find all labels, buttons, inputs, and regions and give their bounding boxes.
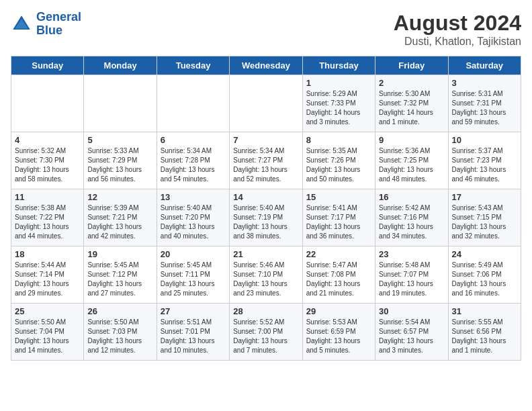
day-number: 24 — [452, 249, 517, 259]
day-info: Sunrise: 5:29 AMSunset: 7:33 PMDaylight:… — [306, 89, 371, 127]
day-number: 11 — [15, 192, 80, 202]
day-number: 16 — [379, 192, 444, 202]
calendar-cell — [11, 75, 84, 132]
day-info: Sunrise: 5:33 AMSunset: 7:29 PMDaylight:… — [87, 146, 152, 184]
day-info: Sunrise: 5:53 AMSunset: 6:59 PMDaylight:… — [306, 318, 371, 355]
day-info: Sunrise: 5:45 AMSunset: 7:12 PMDaylight:… — [87, 261, 152, 298]
day-number: 25 — [15, 306, 80, 316]
day-number: 26 — [87, 306, 152, 316]
header-monday: Monday — [84, 56, 157, 75]
day-number: 27 — [161, 306, 226, 316]
header-sunday: Sunday — [11, 56, 84, 75]
page-header: General Blue August 2024 Dusti, Khatlon,… — [11, 11, 521, 48]
header-friday: Friday — [375, 56, 448, 75]
calendar-cell: 14Sunrise: 5:40 AMSunset: 7:19 PMDayligh… — [230, 189, 302, 246]
calendar-cell: 1Sunrise: 5:29 AMSunset: 7:33 PMDaylight… — [302, 75, 375, 132]
calendar-cell: 4Sunrise: 5:32 AMSunset: 7:30 PMDaylight… — [11, 132, 84, 189]
calendar-cell: 2Sunrise: 5:30 AMSunset: 7:32 PMDaylight… — [375, 75, 448, 132]
calendar-cell: 24Sunrise: 5:49 AMSunset: 7:06 PMDayligh… — [448, 246, 521, 304]
calendar-cell: 11Sunrise: 5:38 AMSunset: 7:22 PMDayligh… — [11, 189, 84, 246]
calendar-cell: 20Sunrise: 5:45 AMSunset: 7:11 PMDayligh… — [157, 246, 229, 304]
logo-line2: Blue — [36, 24, 62, 37]
calendar-cell: 19Sunrise: 5:45 AMSunset: 7:12 PMDayligh… — [84, 246, 157, 304]
calendar-cell: 29Sunrise: 5:53 AMSunset: 6:59 PMDayligh… — [302, 304, 375, 361]
calendar-cell: 22Sunrise: 5:47 AMSunset: 7:08 PMDayligh… — [302, 246, 375, 304]
calendar-week-1: 1Sunrise: 5:29 AMSunset: 7:33 PMDaylight… — [11, 75, 521, 132]
day-number: 20 — [161, 249, 226, 259]
calendar-cell: 10Sunrise: 5:37 AMSunset: 7:23 PMDayligh… — [448, 132, 521, 189]
day-info: Sunrise: 5:42 AMSunset: 7:16 PMDaylight:… — [379, 203, 444, 241]
calendar-week-2: 4Sunrise: 5:32 AMSunset: 7:30 PMDaylight… — [11, 132, 521, 189]
calendar-week-4: 18Sunrise: 5:44 AMSunset: 7:14 PMDayligh… — [11, 246, 521, 304]
calendar-cell: 18Sunrise: 5:44 AMSunset: 7:14 PMDayligh… — [11, 246, 84, 304]
day-info: Sunrise: 5:34 AMSunset: 7:28 PMDaylight:… — [161, 146, 226, 184]
calendar-cell: 6Sunrise: 5:34 AMSunset: 7:28 PMDaylight… — [157, 132, 229, 189]
calendar-cell: 30Sunrise: 5:54 AMSunset: 6:57 PMDayligh… — [375, 304, 448, 361]
header-tuesday: Tuesday — [157, 56, 229, 75]
day-number: 17 — [452, 192, 517, 202]
calendar-cell — [230, 75, 302, 132]
day-info: Sunrise: 5:31 AMSunset: 7:31 PMDaylight:… — [452, 89, 517, 127]
logo-text: General Blue — [36, 11, 81, 38]
day-number: 3 — [452, 78, 517, 88]
calendar-cell: 12Sunrise: 5:39 AMSunset: 7:21 PMDayligh… — [84, 189, 157, 246]
day-number: 5 — [87, 135, 152, 145]
day-info: Sunrise: 5:39 AMSunset: 7:21 PMDaylight:… — [87, 203, 152, 241]
day-number: 31 — [452, 306, 517, 316]
calendar-cell: 3Sunrise: 5:31 AMSunset: 7:31 PMDaylight… — [448, 75, 521, 132]
day-number: 4 — [15, 135, 80, 145]
calendar-week-3: 11Sunrise: 5:38 AMSunset: 7:22 PMDayligh… — [11, 189, 521, 246]
day-info: Sunrise: 5:48 AMSunset: 7:07 PMDaylight:… — [379, 261, 444, 298]
day-number: 30 — [379, 306, 444, 316]
day-info: Sunrise: 5:52 AMSunset: 7:00 PMDaylight:… — [233, 318, 298, 355]
day-number: 13 — [161, 192, 226, 202]
day-number: 28 — [233, 306, 298, 316]
day-info: Sunrise: 5:49 AMSunset: 7:06 PMDaylight:… — [452, 261, 517, 298]
day-number: 10 — [452, 135, 517, 145]
day-number: 2 — [379, 78, 444, 88]
calendar-cell: 21Sunrise: 5:46 AMSunset: 7:10 PMDayligh… — [230, 246, 302, 304]
day-info: Sunrise: 5:32 AMSunset: 7:30 PMDaylight:… — [15, 146, 80, 184]
day-number: 8 — [306, 135, 371, 145]
day-info: Sunrise: 5:44 AMSunset: 7:14 PMDaylight:… — [15, 261, 80, 298]
calendar-header-row: SundayMondayTuesdayWednesdayThursdayFrid… — [11, 56, 521, 75]
calendar-title: August 2024 — [394, 11, 521, 36]
calendar-cell: 25Sunrise: 5:50 AMSunset: 7:04 PMDayligh… — [11, 304, 84, 361]
day-number: 6 — [161, 135, 226, 145]
day-number: 23 — [379, 249, 444, 259]
day-number: 12 — [87, 192, 152, 202]
day-info: Sunrise: 5:41 AMSunset: 7:17 PMDaylight:… — [306, 203, 371, 241]
calendar-cell: 23Sunrise: 5:48 AMSunset: 7:07 PMDayligh… — [375, 246, 448, 304]
day-info: Sunrise: 5:43 AMSunset: 7:15 PMDaylight:… — [452, 203, 517, 241]
day-info: Sunrise: 5:36 AMSunset: 7:25 PMDaylight:… — [379, 146, 444, 184]
calendar-cell: 31Sunrise: 5:55 AMSunset: 6:56 PMDayligh… — [448, 304, 521, 361]
calendar-cell: 15Sunrise: 5:41 AMSunset: 7:17 PMDayligh… — [302, 189, 375, 246]
day-number: 7 — [233, 135, 298, 145]
day-number: 21 — [233, 249, 298, 259]
calendar-cell: 13Sunrise: 5:40 AMSunset: 7:20 PMDayligh… — [157, 189, 229, 246]
logo-line1: General — [36, 10, 81, 24]
calendar-cell: 9Sunrise: 5:36 AMSunset: 7:25 PMDaylight… — [375, 132, 448, 189]
day-number: 1 — [306, 78, 371, 88]
day-info: Sunrise: 5:40 AMSunset: 7:20 PMDaylight:… — [161, 203, 226, 241]
calendar-cell: 8Sunrise: 5:35 AMSunset: 7:26 PMDaylight… — [302, 132, 375, 189]
day-info: Sunrise: 5:50 AMSunset: 7:04 PMDaylight:… — [15, 318, 80, 355]
calendar-cell — [84, 75, 157, 132]
day-number: 29 — [306, 306, 371, 316]
day-info: Sunrise: 5:30 AMSunset: 7:32 PMDaylight:… — [379, 89, 444, 127]
header-saturday: Saturday — [448, 56, 521, 75]
header-wednesday: Wednesday — [230, 56, 302, 75]
day-number: 9 — [379, 135, 444, 145]
calendar-subtitle: Dusti, Khatlon, Tajikistan — [394, 36, 521, 48]
calendar-cell: 16Sunrise: 5:42 AMSunset: 7:16 PMDayligh… — [375, 189, 448, 246]
calendar-cell: 26Sunrise: 5:50 AMSunset: 7:03 PMDayligh… — [84, 304, 157, 361]
calendar-cell: 7Sunrise: 5:34 AMSunset: 7:27 PMDaylight… — [230, 132, 302, 189]
day-info: Sunrise: 5:34 AMSunset: 7:27 PMDaylight:… — [233, 146, 298, 184]
day-number: 14 — [233, 192, 298, 202]
calendar-cell: 5Sunrise: 5:33 AMSunset: 7:29 PMDaylight… — [84, 132, 157, 189]
day-info: Sunrise: 5:45 AMSunset: 7:11 PMDaylight:… — [161, 261, 226, 298]
day-number: 15 — [306, 192, 371, 202]
calendar-cell — [157, 75, 229, 132]
day-info: Sunrise: 5:37 AMSunset: 7:23 PMDaylight:… — [452, 146, 517, 184]
day-info: Sunrise: 5:54 AMSunset: 6:57 PMDaylight:… — [379, 318, 444, 355]
